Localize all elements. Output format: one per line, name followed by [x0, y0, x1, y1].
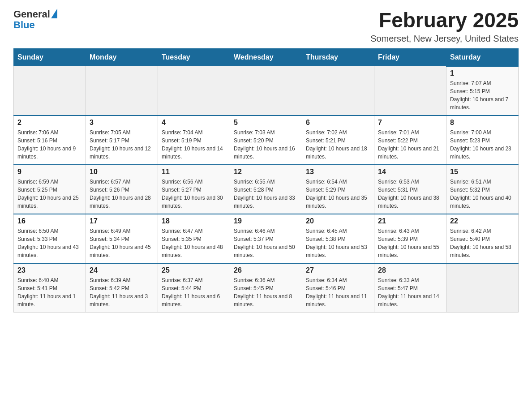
calendar-cell: 12Sunrise: 6:55 AM Sunset: 5:28 PM Dayli…	[230, 165, 302, 214]
calendar-cell	[158, 66, 230, 116]
calendar-cell: 20Sunrise: 6:45 AM Sunset: 5:38 PM Dayli…	[302, 214, 374, 263]
logo-triangle-icon	[51, 9, 57, 18]
day-info: Sunrise: 7:03 AM Sunset: 5:20 PM Dayligh…	[234, 128, 298, 161]
calendar-subtitle: Somerset, New Jersey, United States	[370, 34, 519, 44]
calendar-cell: 22Sunrise: 6:42 AM Sunset: 5:40 PM Dayli…	[446, 214, 519, 263]
day-number: 17	[90, 217, 154, 225]
day-number: 16	[17, 217, 82, 225]
calendar-cell: 14Sunrise: 6:53 AM Sunset: 5:31 PM Dayli…	[374, 165, 446, 214]
day-info: Sunrise: 7:06 AM Sunset: 5:16 PM Dayligh…	[17, 128, 82, 161]
day-number: 21	[378, 217, 442, 225]
day-info: Sunrise: 6:54 AM Sunset: 5:29 PM Dayligh…	[306, 178, 370, 210]
calendar-cell: 4Sunrise: 7:04 AM Sunset: 5:19 PM Daylig…	[158, 116, 230, 165]
day-info: Sunrise: 6:55 AM Sunset: 5:28 PM Dayligh…	[234, 178, 298, 210]
day-number: 26	[234, 266, 298, 274]
day-number: 12	[234, 168, 298, 176]
day-number: 15	[450, 168, 515, 176]
calendar-cell: 17Sunrise: 6:49 AM Sunset: 5:34 PM Dayli…	[86, 214, 158, 263]
day-number: 24	[90, 266, 154, 274]
day-info: Sunrise: 6:53 AM Sunset: 5:31 PM Dayligh…	[378, 178, 442, 210]
day-number: 18	[162, 217, 226, 225]
calendar-cell: 9Sunrise: 6:59 AM Sunset: 5:25 PM Daylig…	[14, 165, 86, 214]
calendar-cell: 11Sunrise: 6:56 AM Sunset: 5:27 PM Dayli…	[158, 165, 230, 214]
day-info: Sunrise: 7:00 AM Sunset: 5:23 PM Dayligh…	[450, 128, 515, 161]
logo: General Blue	[13, 9, 57, 30]
calendar-week-row: 2Sunrise: 7:06 AM Sunset: 5:16 PM Daylig…	[14, 116, 519, 165]
day-info: Sunrise: 6:45 AM Sunset: 5:38 PM Dayligh…	[306, 227, 370, 259]
day-info: Sunrise: 6:51 AM Sunset: 5:32 PM Dayligh…	[450, 178, 515, 210]
day-info: Sunrise: 6:50 AM Sunset: 5:33 PM Dayligh…	[17, 227, 82, 259]
day-info: Sunrise: 6:43 AM Sunset: 5:39 PM Dayligh…	[378, 227, 442, 259]
day-number: 4	[162, 119, 226, 127]
calendar-cell: 10Sunrise: 6:57 AM Sunset: 5:26 PM Dayli…	[86, 165, 158, 214]
calendar-week-row: 1Sunrise: 7:07 AM Sunset: 5:15 PM Daylig…	[14, 66, 519, 116]
day-of-week-header: Wednesday	[230, 48, 302, 66]
day-of-week-header: Sunday	[14, 48, 86, 66]
page-header: General Blue February 2025 Somerset, New…	[13, 9, 519, 44]
calendar-cell: 25Sunrise: 6:37 AM Sunset: 5:44 PM Dayli…	[158, 263, 230, 313]
logo-blue-text: Blue	[13, 20, 57, 30]
calendar-cell: 6Sunrise: 7:02 AM Sunset: 5:21 PM Daylig…	[302, 116, 374, 165]
calendar-cell: 21Sunrise: 6:43 AM Sunset: 5:39 PM Dayli…	[374, 214, 446, 263]
calendar-cell	[86, 66, 158, 116]
logo-general-text: General	[13, 9, 50, 20]
day-info: Sunrise: 6:57 AM Sunset: 5:26 PM Dayligh…	[90, 178, 154, 210]
calendar-cell: 3Sunrise: 7:05 AM Sunset: 5:17 PM Daylig…	[86, 116, 158, 165]
day-number: 11	[162, 168, 226, 176]
calendar-cell	[14, 66, 86, 116]
day-number: 2	[17, 119, 82, 127]
day-of-week-header: Monday	[86, 48, 158, 66]
day-number: 10	[90, 168, 154, 176]
calendar-cell: 19Sunrise: 6:46 AM Sunset: 5:37 PM Dayli…	[230, 214, 302, 263]
day-of-week-header: Tuesday	[158, 48, 230, 66]
calendar-title: February 2025	[370, 9, 519, 32]
calendar-table: SundayMondayTuesdayWednesdayThursdayFrid…	[13, 48, 519, 313]
calendar-cell: 15Sunrise: 6:51 AM Sunset: 5:32 PM Dayli…	[446, 165, 519, 214]
day-number: 22	[450, 217, 515, 225]
calendar-cell: 28Sunrise: 6:33 AM Sunset: 5:47 PM Dayli…	[374, 263, 446, 313]
day-number: 23	[17, 266, 82, 274]
calendar-cell: 27Sunrise: 6:34 AM Sunset: 5:46 PM Dayli…	[302, 263, 374, 313]
day-number: 1	[450, 69, 515, 77]
calendar-cell: 13Sunrise: 6:54 AM Sunset: 5:29 PM Dayli…	[302, 165, 374, 214]
day-number: 13	[306, 168, 370, 176]
calendar-cell: 8Sunrise: 7:00 AM Sunset: 5:23 PM Daylig…	[446, 116, 519, 165]
day-info: Sunrise: 7:04 AM Sunset: 5:19 PM Dayligh…	[162, 128, 226, 161]
calendar-cell	[374, 66, 446, 116]
calendar-cell	[446, 263, 519, 313]
calendar-cell: 2Sunrise: 7:06 AM Sunset: 5:16 PM Daylig…	[14, 116, 86, 165]
day-info: Sunrise: 6:47 AM Sunset: 5:35 PM Dayligh…	[162, 227, 226, 259]
calendar-cell: 18Sunrise: 6:47 AM Sunset: 5:35 PM Dayli…	[158, 214, 230, 263]
day-info: Sunrise: 6:37 AM Sunset: 5:44 PM Dayligh…	[162, 276, 226, 308]
day-info: Sunrise: 6:59 AM Sunset: 5:25 PM Dayligh…	[17, 178, 82, 210]
day-info: Sunrise: 6:33 AM Sunset: 5:47 PM Dayligh…	[378, 276, 442, 308]
calendar-cell	[302, 66, 374, 116]
calendar-week-row: 16Sunrise: 6:50 AM Sunset: 5:33 PM Dayli…	[14, 214, 519, 263]
calendar-cell: 24Sunrise: 6:39 AM Sunset: 5:42 PM Dayli…	[86, 263, 158, 313]
day-info: Sunrise: 7:02 AM Sunset: 5:21 PM Dayligh…	[306, 128, 370, 161]
day-number: 8	[450, 119, 515, 127]
day-number: 3	[90, 119, 154, 127]
calendar-week-row: 9Sunrise: 6:59 AM Sunset: 5:25 PM Daylig…	[14, 165, 519, 214]
calendar-cell: 1Sunrise: 7:07 AM Sunset: 5:15 PM Daylig…	[446, 66, 519, 116]
day-number: 27	[306, 266, 370, 274]
day-number: 25	[162, 266, 226, 274]
day-info: Sunrise: 6:42 AM Sunset: 5:40 PM Dayligh…	[450, 227, 515, 259]
calendar-cell: 26Sunrise: 6:36 AM Sunset: 5:45 PM Dayli…	[230, 263, 302, 313]
day-info: Sunrise: 7:01 AM Sunset: 5:22 PM Dayligh…	[378, 128, 442, 161]
day-number: 28	[378, 266, 442, 274]
day-info: Sunrise: 6:40 AM Sunset: 5:41 PM Dayligh…	[17, 276, 82, 308]
day-info: Sunrise: 6:39 AM Sunset: 5:42 PM Dayligh…	[90, 276, 154, 308]
day-info: Sunrise: 6:49 AM Sunset: 5:34 PM Dayligh…	[90, 227, 154, 259]
day-number: 9	[17, 168, 82, 176]
day-number: 7	[378, 119, 442, 127]
day-info: Sunrise: 6:56 AM Sunset: 5:27 PM Dayligh…	[162, 178, 226, 210]
day-info: Sunrise: 7:05 AM Sunset: 5:17 PM Dayligh…	[90, 128, 154, 161]
calendar-header-row: SundayMondayTuesdayWednesdayThursdayFrid…	[14, 48, 519, 66]
day-number: 6	[306, 119, 370, 127]
title-block: February 2025 Somerset, New Jersey, Unit…	[370, 9, 519, 44]
calendar-cell: 23Sunrise: 6:40 AM Sunset: 5:41 PM Dayli…	[14, 263, 86, 313]
day-info: Sunrise: 7:07 AM Sunset: 5:15 PM Dayligh…	[450, 79, 515, 111]
day-info: Sunrise: 6:46 AM Sunset: 5:37 PM Dayligh…	[234, 227, 298, 259]
day-info: Sunrise: 6:36 AM Sunset: 5:45 PM Dayligh…	[234, 276, 298, 308]
